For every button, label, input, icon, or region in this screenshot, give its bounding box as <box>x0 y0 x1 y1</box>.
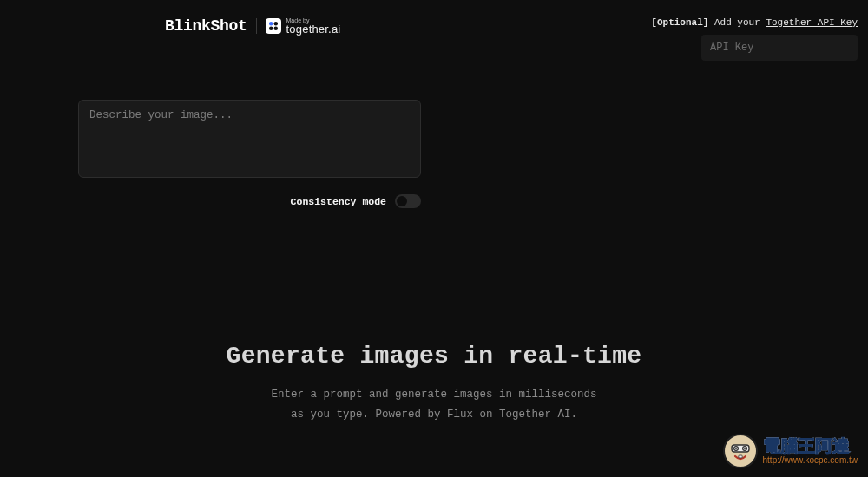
svg-point-8 <box>744 448 746 449</box>
toggle-thumb <box>397 196 407 206</box>
together-ai-icon <box>266 18 281 34</box>
watermark: 電腦王阿達 http://www.kocpc.com.tw <box>723 434 858 468</box>
made-by-brand: together.ai <box>286 23 341 35</box>
svg-point-2 <box>269 27 273 30</box>
api-key-hint: [Optional] Add your Together API Key <box>651 17 858 28</box>
prompt-input[interactable] <box>78 100 421 178</box>
svg-point-3 <box>273 27 277 30</box>
divider <box>256 18 257 34</box>
watermark-url: http://www.kocpc.com.tw <box>763 456 858 465</box>
svg-rect-9 <box>738 455 741 458</box>
consistency-mode-toggle[interactable] <box>395 194 421 208</box>
brand-group: BlinkShot Made by together.ai <box>165 17 340 35</box>
svg-point-1 <box>273 22 277 25</box>
consistency-mode-label: Consistency mode <box>291 196 386 207</box>
watermark-text: 電腦王阿達 <box>763 437 858 454</box>
svg-point-0 <box>269 22 273 25</box>
watermark-avatar-icon <box>723 434 758 468</box>
svg-point-7 <box>735 448 737 449</box>
together-api-key-link[interactable]: Together API Key <box>766 17 858 28</box>
api-key-input[interactable] <box>701 35 858 61</box>
made-by-badge[interactable]: Made by together.ai <box>266 17 341 35</box>
hero-subtitle: Enter a prompt and generate images in mi… <box>0 385 868 424</box>
app-logo: BlinkShot <box>165 17 247 35</box>
hero-title: Generate images in real-time <box>0 343 868 369</box>
